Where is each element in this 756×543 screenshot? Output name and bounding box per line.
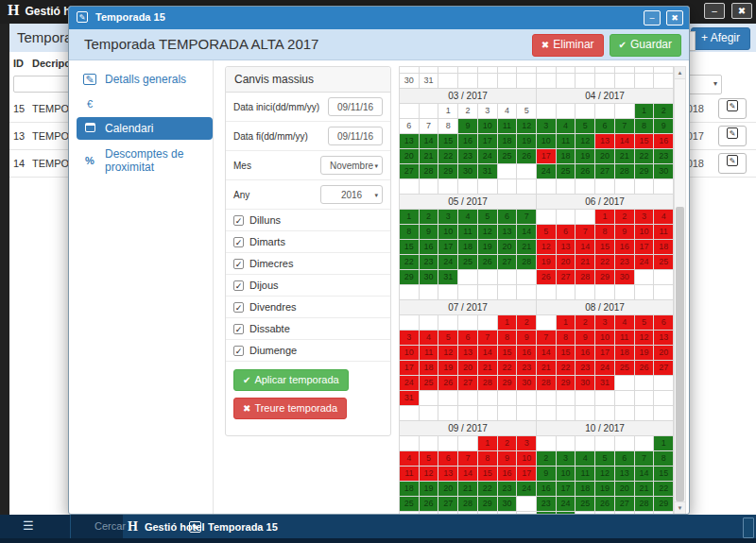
- calendar-day-cell[interactable]: 4: [615, 315, 635, 331]
- calendar-day-cell[interactable]: 12: [438, 346, 458, 361]
- calendar-day-cell[interactable]: 14: [537, 346, 557, 361]
- calendar-day-cell[interactable]: 26: [537, 270, 557, 285]
- scrollbar-thumb[interactable]: [676, 207, 684, 501]
- calendar-day-cell[interactable]: 2: [420, 210, 439, 225]
- calendar-day-cell[interactable]: 17: [400, 361, 420, 376]
- calendar-day-cell[interactable]: 23: [458, 149, 478, 164]
- calendar-day-cell[interactable]: 28: [420, 164, 439, 179]
- calendar-day-cell[interactable]: 16: [654, 134, 674, 149]
- row-edit-button[interactable]: ✎: [718, 126, 747, 146]
- calendar-day-cell[interactable]: 5: [517, 104, 537, 119]
- calendar-day-cell[interactable]: 5: [478, 210, 498, 225]
- nav-item-preus[interactable]: €: [77, 93, 213, 114]
- calendar-day-cell[interactable]: 20: [438, 482, 458, 497]
- calendar-day-cell[interactable]: 19: [517, 134, 537, 149]
- calendar-day-cell[interactable]: 22: [478, 482, 498, 497]
- calendar-day-cell[interactable]: 12: [517, 119, 537, 134]
- calendar-day-cell[interactable]: 31: [420, 74, 439, 89]
- calendar-day-cell[interactable]: 20: [458, 361, 478, 376]
- calendar-day-cell[interactable]: 10: [557, 467, 576, 482]
- calendar-day-cell[interactable]: 1: [654, 436, 674, 451]
- calendar-day-cell[interactable]: 26: [438, 376, 458, 391]
- calendar-day-cell[interactable]: 16: [615, 240, 635, 255]
- calendar-day-cell[interactable]: 4: [498, 104, 518, 119]
- calendar-day-cell[interactable]: 27: [498, 255, 518, 270]
- calendar-day-cell[interactable]: 21: [420, 149, 439, 164]
- calendar-day-cell[interactable]: 25: [400, 497, 420, 512]
- calendar-day-cell[interactable]: 21: [615, 149, 635, 164]
- calendar-day-cell[interactable]: 9: [517, 331, 537, 346]
- calendar-day-cell[interactable]: 10: [635, 225, 655, 240]
- calendar-day-cell[interactable]: 15: [635, 134, 655, 149]
- apply-season-button[interactable]: ✔Aplicar temporada: [233, 369, 349, 391]
- calendar-day-cell[interactable]: 27: [458, 376, 478, 391]
- nav-item-calendari[interactable]: Calendari: [77, 117, 213, 140]
- calendar-day-cell[interactable]: 2: [517, 315, 537, 331]
- calendar-day-cell[interactable]: 30: [420, 270, 439, 285]
- calendar-day-cell[interactable]: 16: [498, 467, 518, 482]
- calendar-day-cell[interactable]: 12: [635, 331, 655, 346]
- calendar-day-cell[interactable]: 28: [517, 255, 537, 270]
- calendar-day-cell[interactable]: 23: [615, 255, 635, 270]
- calendar-day-cell[interactable]: 30: [400, 74, 420, 89]
- calendar-day-cell[interactable]: 21: [576, 255, 595, 270]
- calendar-day-cell[interactable]: 15: [400, 240, 420, 255]
- start-date-input[interactable]: [328, 97, 383, 116]
- calendar-day-cell[interactable]: 18: [458, 240, 478, 255]
- calendar-day-cell[interactable]: 26: [635, 361, 655, 376]
- calendar-day-cell[interactable]: 29: [595, 270, 615, 285]
- calendar-day-cell[interactable]: 23: [498, 482, 518, 497]
- calendar-day-cell[interactable]: 19: [595, 482, 615, 497]
- calendar-day-cell[interactable]: 7: [537, 331, 557, 346]
- calendar-day-cell[interactable]: 27: [595, 164, 615, 179]
- calendar-day-cell[interactable]: 26: [420, 497, 439, 512]
- calendar-day-cell[interactable]: 5: [420, 451, 439, 467]
- calendar-day-cell[interactable]: 18: [400, 482, 420, 497]
- modal-close-button[interactable]: ✖: [666, 10, 683, 25]
- calendar-day-cell[interactable]: 28: [478, 376, 498, 391]
- calendar-day-cell[interactable]: 14: [458, 467, 478, 482]
- weekday-checkbox[interactable]: ✓: [233, 237, 244, 247]
- calendar-day-cell[interactable]: 14: [615, 134, 635, 149]
- calendar-day-cell[interactable]: 18: [576, 482, 595, 497]
- calendar-day-cell[interactable]: 17: [438, 240, 458, 255]
- weekday-checkbox[interactable]: ✓: [233, 324, 244, 334]
- calendar-day-cell[interactable]: 28: [458, 497, 478, 512]
- calendar-day-cell[interactable]: 15: [654, 467, 674, 482]
- calendar-day-cell[interactable]: 26: [576, 164, 595, 179]
- taskbar-tray-button[interactable]: [743, 518, 754, 538]
- calendar-day-cell[interactable]: 9: [498, 451, 518, 467]
- calendar-day-cell[interactable]: 28: [615, 164, 635, 179]
- calendar-day-cell[interactable]: 7: [615, 119, 635, 134]
- calendar-day-cell[interactable]: 24: [595, 361, 615, 376]
- calendar-day-cell[interactable]: 21: [537, 361, 557, 376]
- calendar-day-cell[interactable]: 22: [400, 255, 420, 270]
- weekday-checkbox[interactable]: ✓: [233, 259, 244, 269]
- calendar-day-cell[interactable]: 1: [557, 315, 576, 331]
- calendar-day-cell[interactable]: 26: [595, 497, 615, 512]
- calendar-scrollbar[interactable]: ▲ ▼: [674, 66, 686, 515]
- calendar-day-cell[interactable]: 9: [654, 119, 674, 134]
- calendar-day-cell[interactable]: 17: [478, 134, 498, 149]
- calendar-day-cell[interactable]: 15: [557, 346, 576, 361]
- calendar-day-cell[interactable]: 22: [557, 361, 576, 376]
- calendar-day-cell[interactable]: 14: [420, 134, 439, 149]
- calendar-day-cell[interactable]: 1: [438, 104, 458, 119]
- calendar-day-cell[interactable]: 24: [557, 497, 576, 512]
- calendar-day-cell[interactable]: 19: [438, 361, 458, 376]
- calendar-day-cell[interactable]: 2: [537, 451, 557, 467]
- calendar-day-cell[interactable]: 25: [654, 255, 674, 270]
- taskbar-menu-button[interactable]: ☰: [0, 515, 71, 538]
- modal-minimize-button[interactable]: –: [644, 10, 661, 25]
- calendar-day-cell[interactable]: 5: [595, 451, 615, 467]
- calendar-day-cell[interactable]: 23: [576, 361, 595, 376]
- calendar-day-cell[interactable]: 7: [458, 451, 478, 467]
- calendar-day-cell[interactable]: 11: [654, 225, 674, 240]
- calendar-day-cell[interactable]: 30: [615, 270, 635, 285]
- calendar-day-cell[interactable]: 25: [557, 164, 576, 179]
- calendar-day-cell[interactable]: 20: [400, 149, 420, 164]
- calendar-day-cell[interactable]: 15: [438, 134, 458, 149]
- calendar-day-cell[interactable]: 9: [537, 467, 557, 482]
- calendar-day-cell[interactable]: 5: [537, 225, 557, 240]
- calendar-day-cell[interactable]: 4: [458, 210, 478, 225]
